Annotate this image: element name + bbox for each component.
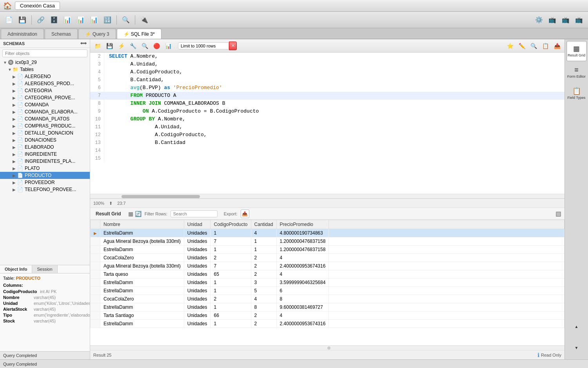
result-horizontal-scrollbar[interactable] [90,345,564,350]
table-comanda-platos[interactable]: ▶ 📄 COMANDA_PLATOS [0,115,90,122]
info-icon: ℹ [537,352,539,358]
result-row[interactable]: CocaColaZero Unidades 2 4 8 [91,295,564,303]
line-content-8: INNER JOIN COMANDA_ELABORADOS B [107,100,227,107]
table-arrow: ▶ [13,166,17,171]
col-name-codigoproducto: CodigoProducto [3,289,37,294]
toolbar-search[interactable]: 🔍 [120,14,132,26]
result-layout-toggle[interactable]: ▧ [555,210,561,217]
editor-bookmark-btn[interactable]: ⭐ [505,41,515,51]
table-detalle-donacion[interactable]: ▶ 📄 DETALLE_DONACION [0,129,90,137]
editor-explain-btn[interactable]: 🔍 [140,41,150,51]
cell-codigo: 1 [211,229,251,237]
result-row[interactable]: EstrellaDamm Unidades 1 2 2.400000095367… [91,320,564,328]
toolbar-plugin[interactable]: 🔌 [138,14,150,26]
table-alergeno[interactable]: ▶ 📄 ALERGENO [0,73,90,80]
editor-open-btn[interactable]: 📁 [93,41,103,51]
table-producto[interactable]: ▶ 📄 PRODUCTO [0,172,90,179]
toolbar-layout1[interactable]: 📺 [546,14,558,26]
result-grid-icon[interactable]: ▦ [128,211,133,217]
toolbar-layout3[interactable]: 📺 [573,14,585,26]
table-ingredientes-pla[interactable]: ▶ 📄 INGREDIENTES_PLA... [0,158,90,165]
toolbar-btn-5[interactable]: 📊 [88,14,100,26]
result-refresh-icon[interactable]: 🔄 [135,211,142,217]
editor-visibility-btn[interactable]: 📋 [540,41,550,51]
editor-stop-btn[interactable]: 🔴 [151,41,162,51]
result-row[interactable]: EstrellaDamm Unidades 1 5 6 [91,287,564,295]
table-comanda[interactable]: ▶ 📄 COMANDA [0,101,90,108]
tab-schemas[interactable]: Schemas [45,29,78,39]
result-row[interactable]: EstrellaDamm Unidades 1 8 9.600000381469… [91,303,564,312]
table-plato[interactable]: ▶ 📄 PLATO [0,165,90,172]
tree-tables-group[interactable]: ▼ 📁 Tables [0,66,90,73]
filter-rows-input[interactable] [171,210,218,217]
col-name-nombre: Nombre [3,295,31,300]
toolbar-save[interactable]: 💾 [16,14,28,26]
schemas-label-text: SCHEMAS [3,41,25,46]
result-grid-container[interactable]: Nombre Unidad CodigoProducto Cantidad Pr… [90,220,564,345]
right-btn-field-types[interactable]: 📋 Field Types [566,83,587,104]
toolbar-layout2[interactable]: 📺 [560,14,572,26]
col-header-cantidad[interactable]: Cantidad [251,220,276,229]
result-row[interactable]: Tarta queso Unidades 65 2 4 [91,270,564,279]
col-header-unidad[interactable]: Unidad [184,220,211,229]
line-content-10: GROUP BY A.Nombre, [107,115,187,123]
table-name-text: CATEGORIA_PROVE... [25,95,75,100]
col-header-precio[interactable]: PrecioPromedio [276,220,329,229]
result-row[interactable]: EstrellaDamm Unidades 1 3 3.599999904632… [91,279,564,287]
toolbar-btn-4[interactable]: 📊 [75,14,87,26]
sql-line-3: 3 A.Unidad, [90,60,564,68]
editor-save-btn[interactable]: 💾 [104,41,114,51]
table-telefono[interactable]: ▶ 📄 TELEFONO_PROVEE... [0,186,90,193]
table-categoria[interactable]: ▶ 📄 CATEGORIA [0,87,90,94]
row-marker [91,303,100,312]
tree-schema[interactable]: ▼ 🔘 icx0p3_29 [0,59,90,66]
tab-object-info[interactable]: Object Info [0,265,32,273]
result-row[interactable]: ▶ EstrellaDamm Unidades 1 4 4.8000001907… [91,229,564,237]
result-row[interactable]: Agua Mineral Bezoya (botella 330ml) Unid… [91,237,564,246]
editor-toggle-btn[interactable]: 📊 [163,41,173,51]
table-compras[interactable]: ▶ 📄 COMPRAS_PRODUC... [0,122,90,129]
table-elaborado[interactable]: ▶ 📄 ELABORADO [0,144,90,151]
table-categoria-prov[interactable]: ▶ 📄 CATEGORIA_PROVE... [0,94,90,101]
right-btn-result-grid[interactable]: ▦ Result Grid [566,41,587,61]
zoom-stepper[interactable]: ⬆ [109,201,113,206]
limit-toggle-btn[interactable]: ✕ [229,42,237,50]
right-btn-scroll-down[interactable]: ▼ [566,337,587,358]
toolbar-open[interactable]: 📄 [3,14,15,26]
toolbar-btn-1[interactable]: 🔗 [35,14,47,26]
filter-objects-input[interactable] [2,49,87,57]
result-row[interactable]: Agua Mineral Bezoya (botella 330ml) Unid… [91,262,564,270]
tab-query3[interactable]: ⚡Query 3 [78,29,116,39]
toolbar-btn-6[interactable]: 🔢 [102,14,113,26]
editor-horizontal-scrollbar[interactable] [90,194,564,199]
table-proveedor[interactable]: ▶ 📄 PROVEEDOR [0,179,90,186]
toolbar-btn-3[interactable]: 📊 [62,14,73,26]
toolbar-settings[interactable]: ⚙️ [533,14,545,26]
table-comanda-elabora[interactable]: ▶ 📄 COMANDA_ELABORA... [0,108,90,115]
tab-session[interactable]: Session [32,265,57,273]
scrollbar-thumb[interactable] [122,195,200,198]
editor-export-btn[interactable]: 📤 [552,41,562,51]
result-grid-tab[interactable]: Result Grid [93,210,123,217]
tab-sqlfile3[interactable]: ⚡SQL File 3* [117,29,162,39]
sql-editor[interactable]: 2 SELECT A.Nombre, 3 A.Unidad, 4 A.Codig… [90,53,564,194]
right-btn-form-editor[interactable]: ≡ Form Editor [566,62,587,82]
editor-find-btn[interactable]: 🔍 [528,41,539,51]
editor-execute-btn[interactable]: ⚡ [116,41,126,51]
toolbar-btn-2[interactable]: 🗄️ [48,14,60,26]
result-row[interactable]: Tarta Santiago Unidades 66 2 4 [91,312,564,320]
editor-beautify-btn[interactable]: ✏️ [517,41,527,51]
schemas-toggle-icon[interactable]: ⟺ [80,41,87,46]
tab-administration[interactable]: Administration [1,29,44,39]
col-header-nombre[interactable]: Nombre [100,220,184,229]
right-btn-scroll-up[interactable]: ▲ [566,316,587,337]
editor-execute-current-btn[interactable]: 🔧 [128,41,138,51]
export-button[interactable]: 📤 [241,210,249,218]
result-row[interactable]: CocaColaZero Unidades 2 2 4 [91,254,564,262]
result-row[interactable]: EstrellaDamm Unidades 1 1 1.200000047683… [91,246,564,254]
table-alergenos-prod[interactable]: ▶ 📄 ALERGENOS_PROD... [0,80,90,87]
table-ingrediente[interactable]: ▶ 📄 INGREDIENTE [0,151,90,158]
col-header-codigo[interactable]: CodigoProducto [211,220,251,229]
limit-rows-input[interactable] [178,42,229,49]
table-donaciones[interactable]: ▶ 📄 DONACIONES [0,137,90,144]
